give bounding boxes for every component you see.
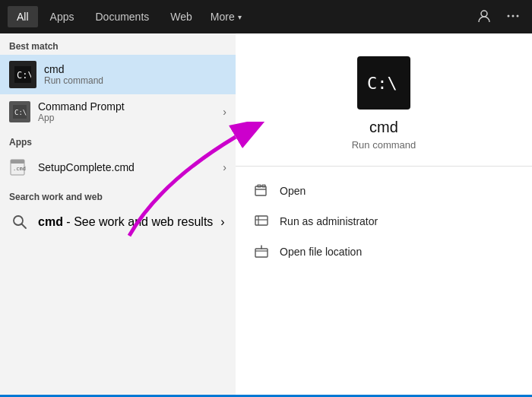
svg-point-1: [508, 14, 510, 17]
cmd-title: cmd: [44, 63, 103, 75]
svg-text:C:\: C:\: [17, 70, 31, 81]
svg-rect-9: [11, 160, 24, 164]
open-icon: [254, 183, 269, 198]
result-cmd-best[interactable]: C:\ cmd Run command: [0, 55, 236, 94]
svg-text:C:\: C:\: [14, 109, 27, 116]
preview-subtitle: Run command: [352, 139, 416, 151]
ellipsis-icon[interactable]: [502, 6, 524, 28]
svg-point-0: [481, 11, 487, 17]
main-content: Best match C:\ cmd Run command C:\: [0, 33, 532, 397]
tab-more[interactable]: More ▾: [204, 6, 248, 27]
cmd-icon-large: C:\: [9, 61, 36, 88]
tab-documents[interactable]: Documents: [86, 6, 158, 27]
section-best-match: Best match: [0, 33, 236, 55]
result-search-web[interactable]: cmd - See work and web results ›: [0, 205, 236, 239]
svg-line-12: [22, 224, 27, 229]
preview-cmd-icon: C:\: [357, 56, 410, 110]
section-search-web: Search work and web: [0, 184, 236, 205]
result-setup-cmd[interactable]: .cmd SetupComplete.cmd ›: [0, 151, 236, 184]
tab-all[interactable]: All: [8, 6, 38, 27]
shield-icon: [254, 214, 269, 229]
more-label: More: [211, 11, 235, 23]
result-command-prompt[interactable]: C:\ Command Prompt App ›: [0, 94, 236, 129]
action-list: Open Run as administrator: [236, 167, 532, 276]
folder-icon: [254, 244, 269, 259]
top-nav: All Apps Documents Web More ▾: [0, 0, 532, 33]
right-panel: C:\ cmd Run command Open: [236, 33, 532, 397]
action-run-admin[interactable]: Run as administrator: [236, 206, 532, 237]
svg-rect-19: [255, 216, 268, 225]
svg-point-3: [517, 14, 519, 17]
svg-text:.cmd: .cmd: [13, 166, 26, 172]
section-apps: Apps: [0, 129, 236, 151]
search-icon: [9, 211, 30, 233]
command-prompt-title: Command Prompt: [38, 100, 125, 113]
setup-cmd-icon: .cmd: [9, 157, 30, 178]
search-web-text: cmd - See work and web results: [38, 215, 213, 229]
chevron-right-icon: ›: [223, 106, 226, 118]
action-file-location-label: Open file location: [280, 246, 362, 258]
setup-cmd-text: SetupComplete.cmd: [38, 161, 135, 173]
setup-cmd-title: SetupComplete.cmd: [38, 161, 135, 173]
tab-apps[interactable]: Apps: [41, 6, 84, 27]
cmd-text-block: cmd Run command: [44, 63, 103, 86]
command-prompt-subtitle: App: [38, 113, 125, 123]
action-file-location[interactable]: Open file location: [236, 237, 532, 267]
cmd-subtitle: Run command: [44, 75, 103, 86]
action-open-label: Open: [280, 185, 306, 197]
command-prompt-text: Command Prompt App: [38, 100, 125, 123]
person-icon[interactable]: [473, 6, 496, 28]
command-prompt-icon: C:\: [9, 101, 30, 122]
svg-text:C:\: C:\: [367, 74, 397, 93]
setup-cmd-chevron: ›: [223, 161, 226, 173]
action-open[interactable]: Open: [236, 176, 532, 206]
search-web-chevron: ›: [220, 215, 224, 229]
preview-section: C:\ cmd Run command: [236, 33, 532, 167]
left-panel: Best match C:\ cmd Run command C:\: [0, 33, 236, 397]
svg-point-2: [512, 14, 515, 17]
preview-title: cmd: [369, 119, 398, 136]
tab-web[interactable]: Web: [161, 6, 201, 27]
nav-icons: [473, 6, 524, 28]
action-run-admin-label: Run as administrator: [280, 215, 378, 227]
search-web-title: cmd - See work and web results: [38, 215, 213, 228]
chevron-down-icon: ▾: [238, 13, 242, 21]
svg-rect-16: [255, 186, 266, 195]
svg-rect-20: [255, 249, 268, 257]
